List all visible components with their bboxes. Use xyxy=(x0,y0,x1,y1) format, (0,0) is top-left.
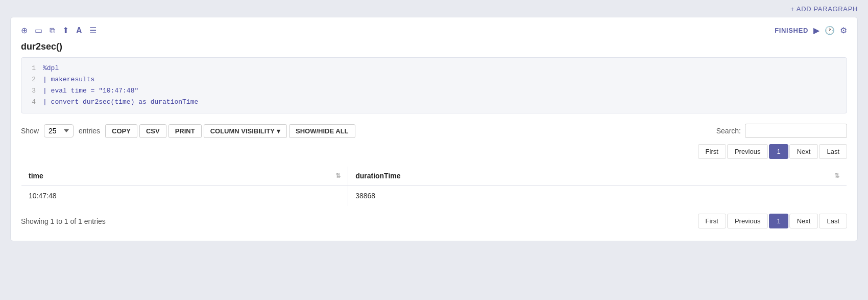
run-icon[interactable]: ▶ xyxy=(813,26,819,35)
cell-container: ⊕ ▭ ⧉ ⬆ A ☰ FINISHED ▶ 🕐 ⚙ dur2sec() 1 %… xyxy=(10,17,858,241)
table-row: 10:47:48 38868 xyxy=(21,186,847,206)
next-button-bottom[interactable]: Next xyxy=(789,214,818,228)
gear-icon[interactable]: ⚙ xyxy=(840,26,847,35)
first-button-top[interactable]: First xyxy=(698,144,726,159)
cell-toolbar-right: FINISHED ▶ 🕐 ⚙ xyxy=(775,26,847,35)
cell-toolbar: ⊕ ▭ ⧉ ⬆ A ☰ FINISHED ▶ 🕐 ⚙ xyxy=(21,26,847,35)
code-block: 1 %dpl 2 | makeresults 3 | eval time = "… xyxy=(21,57,847,113)
clock-icon[interactable]: 🕐 xyxy=(825,26,835,35)
line-code-1: %dpl xyxy=(43,63,59,74)
last-button-top[interactable]: Last xyxy=(819,144,847,159)
entries-label: entries xyxy=(79,127,100,135)
status-finished: FINISHED xyxy=(775,27,808,34)
search-label: Search: xyxy=(716,127,741,135)
search-input[interactable] xyxy=(745,124,847,138)
cell-title: dur2sec() xyxy=(21,41,847,52)
column-label-time: time xyxy=(29,172,43,180)
first-button-bottom[interactable]: First xyxy=(698,214,726,228)
move-icon[interactable]: ⊕ xyxy=(21,26,28,35)
code-line-1: 1 %dpl xyxy=(29,63,839,74)
table-controls: Show 25 10 50 100 entries COPY CSV PRINT… xyxy=(21,124,847,138)
column-visibility-button[interactable]: COLUMN VISIBILITY ▾ xyxy=(204,124,287,138)
previous-button-top[interactable]: Previous xyxy=(727,144,768,159)
line-code-4: | convert dur2sec(time) as durationTime xyxy=(43,97,198,108)
cell-durationtime: 38868 xyxy=(348,186,847,206)
entries-select[interactable]: 25 10 50 100 xyxy=(44,124,74,137)
code-line-4: 4 | convert dur2sec(time) as durationTim… xyxy=(29,97,839,108)
search-container: Search: xyxy=(716,124,847,138)
table-header-row: time ⇅ durationTime ⇅ xyxy=(21,167,847,186)
pagination-bottom: First Previous 1 Next Last xyxy=(698,214,847,228)
column-header-time[interactable]: time ⇅ xyxy=(21,167,348,186)
cell-toolbar-left: ⊕ ▭ ⧉ ⬆ A ☰ xyxy=(21,26,97,35)
next-button-top[interactable]: Next xyxy=(789,144,818,159)
column-visibility-label: COLUMN VISIBILITY xyxy=(210,127,275,135)
data-table: time ⇅ durationTime ⇅ 10:47:48 38868 xyxy=(21,166,847,206)
add-paragraph-bar: + ADD PARAGRAPH xyxy=(0,5,868,17)
last-button-bottom[interactable]: Last xyxy=(819,214,847,228)
sort-icon-durationtime: ⇅ xyxy=(834,172,839,179)
copy-button[interactable]: COPY xyxy=(105,124,137,138)
cell-time: 10:47:48 xyxy=(21,186,348,206)
file-icon[interactable]: ▭ xyxy=(35,26,42,35)
sort-icon-time: ⇅ xyxy=(335,172,341,179)
previous-button-bottom[interactable]: Previous xyxy=(727,214,768,228)
table-footer: Showing 1 to 1 of 1 entries First Previo… xyxy=(21,214,847,228)
show-hide-all-button[interactable]: SHOW/HIDE ALL xyxy=(289,124,355,138)
line-num-4: 4 xyxy=(29,97,36,108)
pagination-top: First Previous 1 Next Last xyxy=(21,144,847,159)
showing-text: Showing 1 to 1 of 1 entries xyxy=(21,217,106,225)
code-line-3: 3 | eval time = "10:47:48" xyxy=(29,85,839,97)
line-num-2: 2 xyxy=(29,74,36,85)
page-1-button-bottom[interactable]: 1 xyxy=(769,214,788,228)
add-paragraph-label: + ADD PARAGRAPH xyxy=(790,5,858,13)
line-code-2: | makeresults xyxy=(43,74,94,85)
line-num-1: 1 xyxy=(29,63,36,74)
show-label: Show xyxy=(21,127,39,135)
add-paragraph-button[interactable]: + ADD PARAGRAPH xyxy=(790,5,858,13)
copy-icon[interactable]: ⧉ xyxy=(50,26,55,35)
chevron-down-icon: ▾ xyxy=(277,127,280,135)
upload-icon[interactable]: ⬆ xyxy=(62,26,69,35)
line-code-3: | eval time = "10:47:48" xyxy=(43,85,138,97)
column-label-durationtime: durationTime xyxy=(355,172,400,180)
csv-button[interactable]: CSV xyxy=(139,124,166,138)
print-button[interactable]: PRINT xyxy=(168,124,202,138)
code-line-2: 2 | makeresults xyxy=(29,74,839,85)
list-icon[interactable]: ☰ xyxy=(89,26,97,35)
text-icon[interactable]: A xyxy=(76,26,82,35)
action-buttons: COPY CSV PRINT COLUMN VISIBILITY ▾ SHOW/… xyxy=(105,124,355,138)
column-header-durationtime[interactable]: durationTime ⇅ xyxy=(348,167,847,186)
page-1-button-top[interactable]: 1 xyxy=(769,144,788,159)
line-num-3: 3 xyxy=(29,85,36,97)
